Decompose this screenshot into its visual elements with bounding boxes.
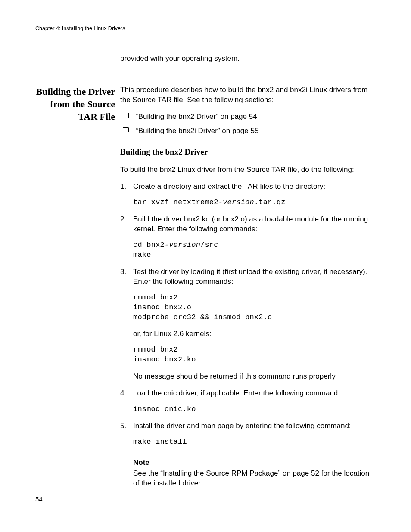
step-4: Load the cnic driver, if applicable. Ent… [120, 389, 376, 414]
side-column-2: Building the Driver from the Source TAR … [35, 71, 120, 123]
step-5: Install the driver and man page by enter… [120, 421, 376, 447]
xref-item: “Building the bnx2i Driver” on page 55 [123, 126, 376, 136]
code-block: insmod cnic.ko [133, 404, 376, 414]
step-subtext: or, for Linux 2.6 kernels: [133, 329, 376, 339]
code-pre: tar xvzf netxtreme2- [133, 198, 223, 206]
note-body: See the “Installing the Source RPM Packa… [133, 469, 376, 488]
checkbox-icon [123, 113, 129, 118]
page: Chapter 4: Installing the Linux Drivers … [0, 0, 411, 532]
xref-list: “Building the bnx2 Driver” on page 54 “B… [123, 112, 376, 136]
code-block: rmmod bnx2 insmod bnx2.o modprobe crc32 … [133, 293, 376, 323]
running-header: Chapter 4: Installing the Linux Drivers [35, 25, 376, 32]
note-box: Note See the “Installing the Source RPM … [133, 454, 376, 493]
xref-item: “Building the bnx2 Driver” on page 54 [123, 112, 376, 122]
side-column [35, 54, 120, 54]
checkbox-icon [123, 127, 129, 132]
code-post: .tar.gz [254, 198, 286, 206]
xref-text: “Building the bnx2 Driver” on page 54 [136, 112, 257, 121]
code-block: make install [133, 437, 376, 447]
step-subtext: No message should be returned if this co… [133, 372, 376, 382]
code-var: version [223, 198, 254, 206]
code-block: cd bnx2-version/src make [133, 240, 376, 260]
step-text: Create a directory and extract the TAR f… [133, 182, 376, 192]
prev-fragment: provided with your operating system. [120, 54, 376, 64]
step-text: Install the driver and man page by enter… [133, 421, 376, 431]
section-columns: Building the Driver from the Source TAR … [35, 71, 376, 493]
step-text: Test the driver by loading it (first unl… [133, 267, 376, 287]
page-number: 54 [35, 495, 43, 504]
code-block: tar xvzf netxtreme2-version.tar.gz [133, 198, 376, 208]
code-pre: cd bnx2- [133, 241, 169, 249]
code-var: version [169, 241, 200, 249]
code-block: rmmod bnx2 insmod bnx2.ko [133, 345, 376, 365]
main-column-prev: provided with your operating system. [120, 54, 376, 71]
lead-paragraph: To build the bnx2 Linux driver from the … [120, 165, 376, 175]
step-2: Build the driver bnx2.ko (or bnx2.o) as … [120, 215, 376, 260]
step-text: Load the cnic driver, if applicable. Ent… [133, 389, 376, 398]
content-columns: provided with your operating system. [35, 54, 376, 71]
step-1: Create a directory and extract the TAR f… [120, 182, 376, 208]
xref-text: “Building the bnx2i Driver” on page 55 [136, 127, 258, 135]
subheading: Building the bnx2 Driver [120, 146, 376, 158]
steps-list: Create a directory and extract the TAR f… [120, 182, 376, 447]
intro-paragraph: This procedure describes how to build th… [120, 85, 376, 105]
step-text: Build the driver bnx2.ko (or bnx2.o) as … [133, 215, 376, 234]
side-heading: Building the Driver from the Source TAR … [35, 85, 115, 123]
step-3: Test the driver by loading it (first unl… [120, 267, 376, 382]
note-label: Note [133, 458, 376, 468]
main-column: This procedure describes how to build th… [120, 71, 376, 493]
